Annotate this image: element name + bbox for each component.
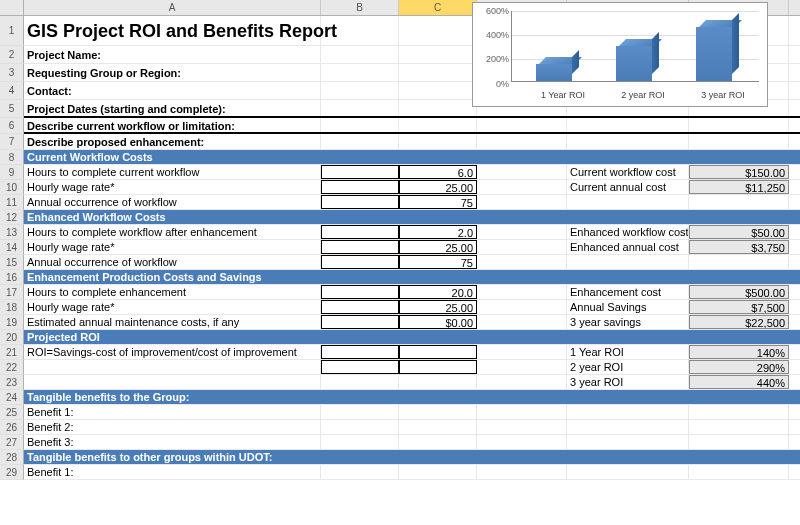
- cell[interactable]: 75: [399, 255, 477, 269]
- row-header-23[interactable]: 23: [0, 375, 24, 390]
- section-tangible-group: Tangible benefits to the Group:: [24, 390, 321, 404]
- cell[interactable]: 25.00: [399, 240, 477, 254]
- cell[interactable]: Enhanced workflow cost: [567, 225, 689, 239]
- cell[interactable]: Annual Savings: [567, 300, 689, 314]
- cell[interactable]: Estimated annual maintenance costs, if a…: [24, 315, 321, 329]
- row-header-18[interactable]: 18: [0, 300, 24, 315]
- cell[interactable]: Current annual cost: [567, 180, 689, 194]
- cell[interactable]: ROI=Savings-cost of improvement/cost of …: [24, 345, 321, 359]
- row-header-21[interactable]: 21: [0, 345, 24, 360]
- row-header-20[interactable]: 20: [0, 330, 24, 345]
- cell[interactable]: Hours to complete enhancement: [24, 285, 321, 299]
- row-header-11[interactable]: 11: [0, 195, 24, 210]
- row-header-19[interactable]: 19: [0, 315, 24, 330]
- cell[interactable]: 140%: [689, 345, 789, 359]
- row-header-10[interactable]: 10: [0, 180, 24, 195]
- section-enhanced-workflow: Enhanced Workflow Costs: [24, 210, 321, 224]
- roi-chart[interactable]: 600% 400% 200% 0% 1 Year ROI 2 year ROI …: [472, 2, 768, 107]
- col-header-B[interactable]: B: [321, 0, 399, 15]
- report-title: GIS Project ROI and Benefits Report: [24, 16, 321, 45]
- cell[interactable]: 25.00: [399, 300, 477, 314]
- cell[interactable]: $50.00: [689, 225, 789, 239]
- cell[interactable]: $7,500: [689, 300, 789, 314]
- cell[interactable]: Enhancement cost: [567, 285, 689, 299]
- cell[interactable]: Hours to complete workflow after enhance…: [24, 225, 321, 239]
- cell[interactable]: Current workflow cost: [567, 165, 689, 179]
- row-header-15[interactable]: 15: [0, 255, 24, 270]
- cell[interactable]: 1 Year ROI: [567, 345, 689, 359]
- chart-bar: [536, 64, 572, 81]
- chart-ytick: 400%: [486, 30, 509, 40]
- label-contact: Contact:: [24, 82, 321, 99]
- row-headers: 1234567891011121314151617181920212223242…: [0, 16, 24, 480]
- label-project-dates: Project Dates (starting and complete):: [24, 100, 321, 116]
- row-header-27[interactable]: 27: [0, 435, 24, 450]
- row-header-4[interactable]: 4: [0, 82, 24, 100]
- cell[interactable]: 20.0: [399, 285, 477, 299]
- chart-xlabel: 2 year ROI: [608, 90, 678, 100]
- cell[interactable]: Hourly wage rate*: [24, 180, 321, 194]
- row-header-22[interactable]: 22: [0, 360, 24, 375]
- row-header-24[interactable]: 24: [0, 390, 24, 405]
- cell[interactable]: 25.00: [399, 180, 477, 194]
- cell[interactable]: $3,750: [689, 240, 789, 254]
- row-header-14[interactable]: 14: [0, 240, 24, 255]
- cell[interactable]: 2 year ROI: [567, 360, 689, 374]
- cell[interactable]: 6.0: [399, 165, 477, 179]
- section-tangible-udot: Tangible benefits to other groups within…: [24, 450, 321, 464]
- col-header-C[interactable]: C: [399, 0, 477, 15]
- row-header-17[interactable]: 17: [0, 285, 24, 300]
- label-describe-proposed: Describe proposed enhancement:: [24, 134, 321, 149]
- chart-xlabel: 3 year ROI: [688, 90, 758, 100]
- row-header-9[interactable]: 9: [0, 165, 24, 180]
- chart-xlabel: 1 Year ROI: [528, 90, 598, 100]
- cell[interactable]: $22,500: [689, 315, 789, 329]
- row-header-2[interactable]: 2: [0, 46, 24, 64]
- cell[interactable]: Benefit 1:: [24, 465, 321, 479]
- row-header-8[interactable]: 8: [0, 150, 24, 165]
- chart-ytick: 200%: [486, 54, 509, 64]
- row-header-1[interactable]: 1: [0, 16, 24, 46]
- chart-bar: [616, 46, 652, 81]
- cell[interactable]: 2.0: [399, 225, 477, 239]
- cell[interactable]: Enhanced annual cost: [567, 240, 689, 254]
- cell[interactable]: Hours to complete current workflow: [24, 165, 321, 179]
- cell[interactable]: Hourly wage rate*: [24, 300, 321, 314]
- cell[interactable]: 3 year ROI: [567, 375, 689, 389]
- chart-plot-area: [511, 11, 759, 82]
- cell[interactable]: $11,250: [689, 180, 789, 194]
- label-project-name: Project Name:: [24, 46, 321, 63]
- cell[interactable]: $0.00: [399, 315, 477, 329]
- col-header-A[interactable]: A: [24, 0, 321, 15]
- cell[interactable]: Annual occurrence of workflow: [24, 255, 321, 269]
- row-header-26[interactable]: 26: [0, 420, 24, 435]
- cell[interactable]: 290%: [689, 360, 789, 374]
- row-header-16[interactable]: 16: [0, 270, 24, 285]
- row-header-6[interactable]: 6: [0, 118, 24, 134]
- section-production-costs: Enhancement Production Costs and Savings: [24, 270, 321, 284]
- row-header-28[interactable]: 28: [0, 450, 24, 465]
- cell[interactable]: Benefit 3:: [24, 435, 321, 449]
- corner-cell[interactable]: [0, 0, 24, 16]
- row-header-13[interactable]: 13: [0, 225, 24, 240]
- cell[interactable]: $150.00: [689, 165, 789, 179]
- row-header-25[interactable]: 25: [0, 405, 24, 420]
- chart-bar: [696, 27, 732, 81]
- row-header-29[interactable]: 29: [0, 465, 24, 480]
- cell[interactable]: 3 year savings: [567, 315, 689, 329]
- chart-ytick: 0%: [496, 79, 509, 89]
- section-current-workflow: Current Workflow Costs: [24, 150, 321, 164]
- cell[interactable]: Hourly wage rate*: [24, 240, 321, 254]
- cell[interactable]: Benefit 2:: [24, 420, 321, 434]
- row-header-12[interactable]: 12: [0, 210, 24, 225]
- cell[interactable]: 75: [399, 195, 477, 209]
- row-header-5[interactable]: 5: [0, 100, 24, 118]
- cell[interactable]: 440%: [689, 375, 789, 389]
- cell[interactable]: $500.00: [689, 285, 789, 299]
- row-header-7[interactable]: 7: [0, 134, 24, 150]
- row-header-3[interactable]: 3: [0, 64, 24, 82]
- section-projected-roi: Projected ROI: [24, 330, 321, 344]
- label-requesting-group: Requesting Group or Region:: [24, 64, 321, 81]
- cell[interactable]: Benefit 1:: [24, 405, 321, 419]
- cell[interactable]: Annual occurrence of workflow: [24, 195, 321, 209]
